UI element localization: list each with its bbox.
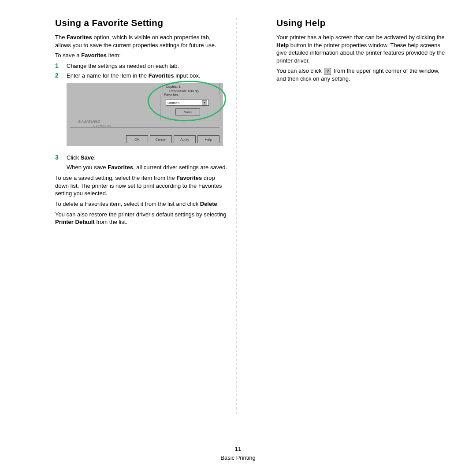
heading-help: Using Help: [276, 18, 450, 28]
text: When you save: [67, 164, 108, 171]
text: The: [55, 34, 67, 41]
step-number: 2: [55, 72, 61, 79]
dropdown-value: Untitled: [167, 101, 179, 105]
text: Enter a name for the item in the: [67, 72, 149, 79]
separator-line: [70, 127, 219, 128]
text: item:: [107, 52, 121, 59]
apply-button[interactable]: Apply: [174, 135, 196, 143]
favorites-word: Favorites: [176, 175, 202, 181]
step-text: Change the settings as needed on each ta…: [67, 62, 228, 70]
help-paragraph-2: You can also click ? from the upper righ…: [276, 67, 450, 82]
default-paragraph: You can also restore the printer driver'…: [55, 211, 228, 226]
question-mark-icon[interactable]: ?: [324, 68, 331, 75]
favorites-legend: Favorites: [163, 93, 179, 97]
save-button[interactable]: Save: [175, 108, 200, 115]
save-word: Save: [81, 154, 94, 161]
step-number: 1: [55, 62, 61, 69]
dialog-body: Copies: 1 Resolution: 600 dpi Favorites …: [67, 83, 223, 146]
step-1: 1 Change the settings as needed on each …: [55, 62, 228, 70]
step-list-3: 3 Click Save. When you save Favorites, a…: [55, 154, 228, 171]
step-list: 1 Change the settings as needed on each …: [55, 62, 228, 80]
step-3: 3 Click Save. When you save Favorites, a…: [55, 154, 228, 171]
dialog-buttons: OK Cancel Apply Help: [126, 135, 219, 143]
text: input box.: [174, 72, 201, 79]
use-paragraph: To use a saved setting, select the item …: [55, 174, 228, 197]
step-text: Click Save. When you save Favorites, all…: [67, 154, 228, 171]
intro-paragraph: The Favorites option, which is visible o…: [55, 33, 228, 49]
text: Your printer has a help screen that can …: [276, 34, 445, 41]
text: from the list.: [95, 219, 127, 225]
step-2: 2 Enter a name for the item in the Favor…: [55, 72, 228, 80]
footer-label: Basic Printing: [0, 454, 476, 462]
dialog-screenshot: Copies: 1 Resolution: 600 dpi Favorites …: [67, 83, 223, 146]
ok-button[interactable]: OK: [126, 135, 148, 143]
text: .: [217, 201, 219, 207]
text: You can also restore the printer driver'…: [55, 211, 227, 218]
printer-default-word: Printer Default: [55, 219, 95, 225]
text: , all current driver settings are saved.: [133, 164, 227, 171]
step-number: 3: [55, 154, 61, 161]
text: Click: [67, 154, 81, 161]
text: You can also click: [276, 67, 323, 74]
cancel-button[interactable]: Cancel: [150, 135, 172, 143]
page-number: 11: [0, 445, 476, 454]
text: .: [94, 154, 96, 161]
chevron-down-icon[interactable]: ▾: [202, 100, 207, 105]
help-button[interactable]: Help: [197, 135, 219, 143]
favorites-groupbox: Favorites Untitled ▾ Save: [160, 95, 220, 120]
text: To use a saved setting, select the item …: [55, 175, 176, 181]
favorites-dropdown[interactable]: Untitled ▾: [166, 100, 209, 106]
samsung-logo: SAMSUNG: [78, 119, 101, 124]
heading-favorite: Using a Favorite Setting: [55, 18, 228, 28]
copies-label: Copies: 1: [166, 85, 217, 89]
help-word: Help: [276, 42, 289, 48]
favorites-word: Favorites: [149, 72, 174, 79]
text: button in the printer properties window.…: [276, 42, 445, 64]
delete-paragraph: To delete a Favorites item, select it fr…: [55, 200, 228, 208]
favorites-word: Favorites: [67, 34, 92, 41]
text: To delete a Favorites item, select it fr…: [55, 201, 200, 207]
help-paragraph-1: Your printer has a help screen that can …: [276, 33, 450, 64]
text: To save a: [55, 52, 81, 59]
favorites-word: Favorites: [108, 164, 133, 171]
step-text: Enter a name for the item in the Favorit…: [67, 72, 228, 80]
favorites-word: Favorites: [81, 52, 107, 59]
page-footer: 11 Basic Printing: [0, 445, 476, 462]
delete-word: Delete: [200, 201, 217, 207]
save-lead: To save a Favorites item:: [55, 52, 228, 60]
